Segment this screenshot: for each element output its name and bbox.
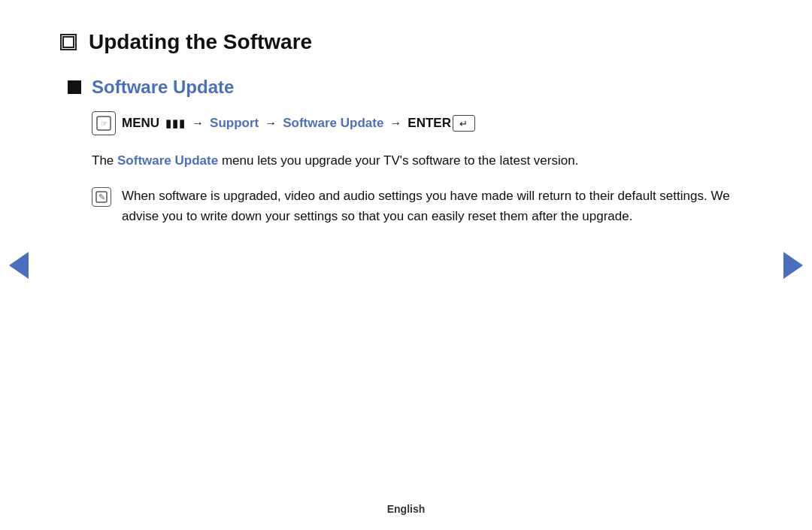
menu-bars: ▮▮▮	[165, 117, 186, 130]
nav-arrow-left[interactable]	[8, 247, 30, 284]
left-arrow-icon	[9, 252, 29, 279]
section-title: Software Update	[92, 77, 234, 98]
arrow-3: →	[389, 117, 401, 130]
checkbox-icon	[60, 34, 77, 50]
section: Software Update ☞ MENU ▮▮▮ → Support → S…	[68, 77, 752, 227]
note-icon: ✎	[92, 187, 111, 207]
note-text: When software is upgraded, video and aud…	[122, 186, 746, 226]
description-highlight: Software Update	[117, 153, 218, 168]
section-square-icon	[68, 80, 81, 94]
enter-icon: ↵	[453, 115, 475, 132]
arrow-2: →	[265, 117, 277, 130]
note-block: ✎ When software is upgraded, video and a…	[92, 186, 746, 226]
menu-icon: ☞	[92, 111, 116, 135]
menu-label: MENU	[122, 116, 159, 131]
description-before: The	[92, 153, 117, 168]
page-container: Updating the Software Software Update ☞ …	[0, 0, 812, 530]
svg-text:✎: ✎	[98, 192, 105, 201]
enter-label: ENTER	[408, 116, 451, 131]
main-heading: Updating the Software	[60, 30, 752, 54]
footer: English	[0, 503, 812, 515]
arrow-1: →	[192, 117, 204, 130]
footer-label: English	[387, 503, 426, 515]
main-title: Updating the Software	[89, 30, 312, 54]
section-heading: Software Update	[68, 77, 752, 98]
nav-arrow-right[interactable]	[782, 247, 804, 284]
svg-text:☞: ☞	[101, 120, 108, 128]
right-arrow-icon	[783, 252, 803, 279]
enter-btn: ENTER↵	[408, 115, 475, 132]
description: The Software Update menu lets you upgrad…	[92, 150, 746, 171]
svg-rect-0	[63, 37, 74, 47]
menu-path: ☞ MENU ▮▮▮ → Support → Software Update →…	[92, 111, 752, 135]
software-update-link: Software Update	[283, 116, 383, 131]
support-link: Support	[210, 116, 259, 131]
description-after: menu lets you upgrade your TV's software…	[218, 153, 578, 168]
